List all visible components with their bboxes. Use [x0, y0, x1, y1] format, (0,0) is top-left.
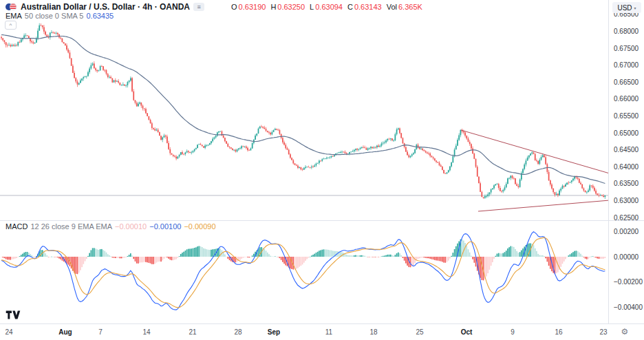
trading-chart-window: Australian Dollar / U.S. Dollar · 4h · O… [0, 0, 644, 340]
open-value: 0.63190 [239, 3, 266, 11]
time-tick-label: Sep [268, 328, 280, 336]
time-tick-label: 23 [599, 328, 607, 336]
chevron-down-icon: ▾ [634, 6, 636, 10]
time-tick-label: Aug [58, 328, 72, 336]
macd-histogram-value: −0.00010 [115, 222, 147, 231]
axis-tick-label: 0.62500 [614, 214, 638, 222]
axis-tick-label: 0.68000 [614, 28, 638, 35]
aud-usd-pair-icon [6, 3, 17, 12]
time-tick-label: 25 [416, 328, 423, 336]
time-tick-label: 21 [189, 328, 196, 336]
low-value: 0.63094 [315, 3, 343, 11]
volume-value: 6.365K [398, 3, 422, 11]
macd-indicator-name[interactable]: MACD [6, 222, 28, 231]
high-label: H [270, 3, 276, 11]
ema-indicator-params: 50 close 0 SMA 5 [25, 12, 84, 20]
axis-tick-label: 0.66500 [614, 78, 638, 86]
macd-signal-value: −0.00090 [184, 222, 215, 231]
axis-tick-label: 0.63500 [614, 180, 638, 187]
axis-tick-label: 0.65500 [614, 112, 638, 120]
macd-line-value: −0.00100 [149, 222, 181, 231]
axis-tick-label: 0.67500 [614, 45, 638, 52]
ohlc-values: O 0.63190 H 0.63250 L 0.63094 C 0.63143 … [231, 3, 426, 11]
time-tick-label: 24 [5, 328, 12, 336]
axis-tick-label: 0.65000 [614, 129, 638, 137]
time-tick-label: 7 [98, 328, 103, 336]
price-axis[interactable]: 0.685000.680000.675000.670000.665000.660… [608, 0, 644, 323]
axis-settings-gear-icon[interactable]: ⚙ [618, 326, 632, 338]
axis-tick-label: 0.00200 [614, 228, 638, 235]
axis-tick-label: −0.00400 [614, 304, 643, 311]
chart-canvas[interactable] [0, 0, 644, 340]
currency-label: USD [617, 4, 632, 12]
currency-selector[interactable]: USD ▾ [612, 2, 641, 13]
axis-tick-label: 0.66000 [614, 95, 638, 103]
legend-menu-icon[interactable]: ≡ [193, 3, 204, 11]
axis-tick-label: 0.64000 [614, 163, 638, 171]
symbol-legend: Australian Dollar / U.S. Dollar · 4h · O… [6, 2, 426, 12]
axis-tick-label: −0.00200 [614, 278, 643, 286]
ema-indicator-name[interactable]: EMA [6, 12, 22, 20]
time-axis[interactable]: 24Aug7142128Sep111825Oct91623 [0, 323, 608, 340]
time-tick-label: 16 [555, 328, 562, 336]
high-value: 0.63250 [277, 3, 305, 11]
time-tick-label: Oct [461, 328, 473, 336]
open-label: O [231, 3, 237, 11]
time-tick-label: 28 [234, 328, 242, 336]
axis-tick-label: 0.63000 [614, 197, 638, 204]
axis-tick-label: 0.67000 [614, 61, 638, 69]
time-tick-label: 18 [369, 328, 377, 336]
tradingview-logo[interactable] [6, 310, 21, 319]
axis-tick-label: 0.64500 [614, 146, 638, 153]
macd-indicator-legend: MACD 12 26 close 9 EMA EMA −0.00010 −0.0… [6, 222, 216, 231]
close-label: C [347, 3, 353, 11]
time-tick-label: 14 [142, 328, 150, 336]
close-value: 0.63143 [354, 3, 382, 11]
pane-collapse-button[interactable]: ^ [5, 21, 17, 30]
macd-indicator-params: 12 26 close 9 EMA EMA [30, 222, 112, 231]
axis-tick-label: 0.00000 [614, 253, 638, 261]
low-label: L [310, 3, 314, 11]
time-tick-label: 11 [325, 328, 332, 336]
ema-indicator-legend: EMA 50 close 0 SMA 5 0.63435 [6, 12, 114, 20]
volume-label: Vol [387, 3, 397, 11]
time-tick-label: 9 [511, 328, 515, 336]
ema-indicator-value: 0.63435 [86, 12, 114, 20]
symbol-title[interactable]: Australian Dollar / U.S. Dollar · 4h · O… [21, 2, 190, 12]
